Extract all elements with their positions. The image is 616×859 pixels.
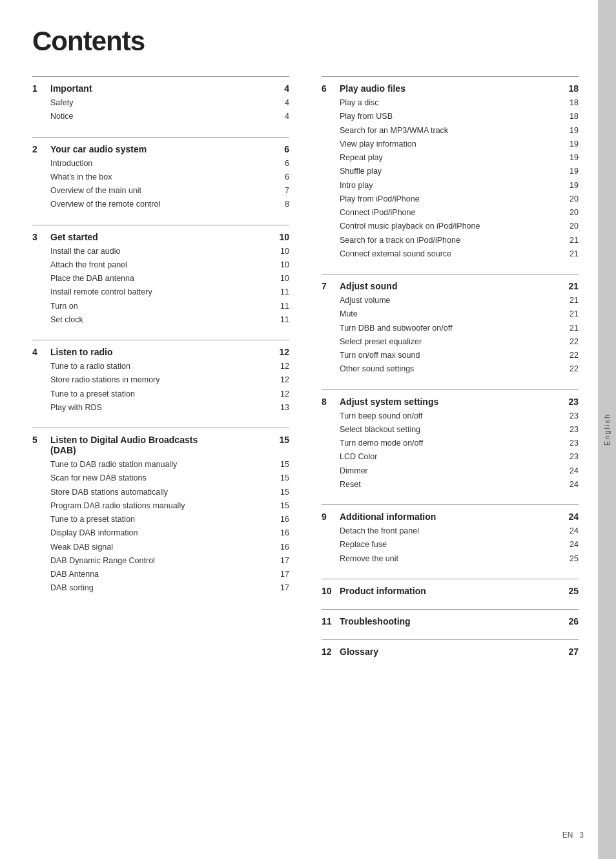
list-item: Turn DBB and subwoofer on/off 21 <box>340 322 579 335</box>
toc-section-4: 4 Listen to radio 12 Tune to a radio sta… <box>32 340 289 415</box>
section-1-title: Important <box>50 83 92 94</box>
section-8-page: 23 <box>568 397 579 407</box>
section-8-items: Turn beep sound on/off 23 Select blackou… <box>322 409 579 492</box>
list-item: Install remote control battery 11 <box>50 285 289 299</box>
toc-section-2: 2 Your car audio system 6 Introduction 6… <box>32 137 289 212</box>
list-item: Tune to a preset station 16 <box>50 513 289 526</box>
section-7-title: Adjust sound <box>340 281 397 291</box>
section-4-num: 4 <box>32 347 44 357</box>
list-item: Adjust volume 21 <box>340 294 579 307</box>
section-9-items: Detach the front panel 24 Replace fuse 2… <box>322 524 579 566</box>
section-7-items: Adjust volume 21 Mute 21 Turn DBB and su… <box>322 294 579 377</box>
section-5-items: Tune to DAB radio station manually 15 Sc… <box>32 458 289 595</box>
section-3-page: 10 <box>279 232 289 242</box>
toc-section-3: 3 Get started 10 Install the car audio 1… <box>32 225 289 327</box>
list-item: LCD Color 23 <box>340 450 579 464</box>
section-4-title: Listen to radio <box>50 347 112 357</box>
list-item: Place the DAB antenna 10 <box>50 272 289 285</box>
toc-section-12: 12 Glossary 27 <box>322 639 579 657</box>
list-item: Attach the front panel 10 <box>50 258 289 272</box>
list-item: Set clock 11 <box>50 313 289 327</box>
list-item: Store radio stations in memory 12 <box>50 373 289 387</box>
list-item: DAB Dynamic Range Control 17 <box>50 554 289 568</box>
list-item: Play from iPod/iPhone 20 <box>340 192 579 206</box>
section-12-num: 12 <box>322 647 333 657</box>
section-5-page: 15 <box>279 435 289 445</box>
section-12-page: 27 <box>568 647 579 657</box>
section-2-items: Introduction 6 What's in the box 6 Overv… <box>32 157 289 212</box>
list-item: Store DAB stations automatically 15 <box>50 486 289 499</box>
list-item: Tune to a radio station 12 <box>50 360 289 373</box>
section-10-title: Product information <box>340 586 426 596</box>
list-item: Intro play 19 <box>340 179 579 192</box>
section-2-page: 6 <box>284 144 289 154</box>
list-item: What's in the box 6 <box>50 171 289 184</box>
list-item: Control music playback on iPod/iPhone 20 <box>340 220 579 233</box>
main-content: Contents 1 Important 4 Safety <box>0 0 598 859</box>
section-6-items: Play a disc 18 Play from USB 18 Search f… <box>322 96 579 261</box>
list-item: Reset 24 <box>340 478 579 492</box>
toc-section-11: 11 Troubleshooting 26 <box>322 609 579 626</box>
list-item: Select preset equalizer 22 <box>340 335 579 349</box>
list-item: Mute 21 <box>340 307 579 321</box>
page: Contents 1 Important 4 Safety <box>0 0 616 859</box>
section-1-num: 1 <box>32 83 44 94</box>
list-item: Turn on 11 <box>50 300 289 313</box>
list-item: DAB Antenna 17 <box>50 568 289 581</box>
list-item: Connect external sound source 21 <box>340 247 579 261</box>
footer-page: 3 <box>579 831 584 840</box>
section-2-num: 2 <box>32 144 44 154</box>
section-12-title: Glossary <box>340 647 378 657</box>
toc-section-5: 5 Listen to Digital Audio Broadcasts(DAB… <box>32 428 289 595</box>
section-8-title: Adjust system settings <box>340 397 438 407</box>
page-title: Contents <box>32 26 579 57</box>
list-item: Tune to a preset station 12 <box>50 388 289 401</box>
list-item: Dimmer 24 <box>340 464 579 478</box>
footer-lang: EN <box>562 831 573 840</box>
section-11-title: Troubleshooting <box>340 616 411 626</box>
section-3-num: 3 <box>32 232 44 242</box>
list-item: Scan for new DAB stations 15 <box>50 471 289 485</box>
list-item: Detach the front panel 24 <box>340 524 579 538</box>
list-item: Overview of the main unit 7 <box>50 184 289 198</box>
section-7-page: 21 <box>568 281 579 291</box>
section-8-num: 8 <box>322 397 333 407</box>
toc-section-10: 10 Product information 25 <box>322 579 579 596</box>
section-3-title: Get started <box>50 232 98 242</box>
section-3-items: Install the car audio 10 Attach the fron… <box>32 245 289 327</box>
section-9-num: 9 <box>322 512 333 522</box>
list-item: Turn demo mode on/off 23 <box>340 437 579 450</box>
toc-right-column: 6 Play audio files 18 Play a disc 18 Pla… <box>322 76 579 670</box>
list-item: Connect iPod/iPhone 20 <box>340 206 579 220</box>
language-label: English <box>603 413 611 446</box>
list-item: View play information 19 <box>340 138 579 151</box>
list-item: Program DAB radio stations manually 15 <box>50 499 289 513</box>
toc-section-6: 6 Play audio files 18 Play a disc 18 Pla… <box>322 76 579 261</box>
section-6-title: Play audio files <box>340 83 406 94</box>
list-item: DAB sorting 17 <box>50 581 289 595</box>
section-10-num: 10 <box>322 586 333 596</box>
section-10-page: 25 <box>568 586 579 596</box>
section-2-title: Your car audio system <box>50 144 147 154</box>
section-4-items: Tune to a radio station 12 Store radio s… <box>32 360 289 415</box>
footer: EN 3 <box>562 831 584 840</box>
section-1-page: 4 <box>284 83 289 94</box>
section-9-page: 24 <box>568 512 579 522</box>
list-item: Turn beep sound on/off 23 <box>340 409 579 423</box>
list-item: Search for an MP3/WMA track 19 <box>340 124 579 138</box>
list-item: Search for a track on iPod/iPhone 21 <box>340 234 579 247</box>
list-item: Install the car audio 10 <box>50 245 289 258</box>
list-item: Replace fuse 24 <box>340 538 579 552</box>
section-5-num: 5 <box>32 435 44 445</box>
list-item: Introduction 6 <box>50 157 289 171</box>
toc-grid: 1 Important 4 Safety 4 Notice 4 <box>32 76 579 670</box>
section-5-title: Listen to Digital Audio Broadcasts(DAB) <box>50 435 198 455</box>
section-11-num: 11 <box>322 616 333 626</box>
list-item: Remove the unit 25 <box>340 552 579 566</box>
list-item: Play a disc 18 <box>340 96 579 110</box>
section-4-page: 12 <box>279 347 289 357</box>
section-1-items: Safety 4 Notice 4 <box>32 96 289 124</box>
list-item: Notice 4 <box>50 110 289 123</box>
list-item: Tune to DAB radio station manually 15 <box>50 458 289 471</box>
list-item: Other sound settings 22 <box>340 362 579 376</box>
